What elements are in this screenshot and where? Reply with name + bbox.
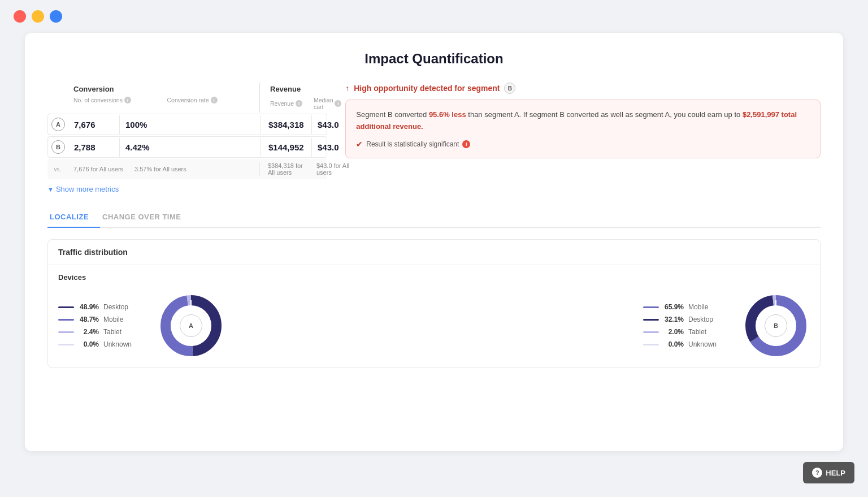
row-a-conv-rate: 100% [120,115,171,134]
legend-label-tablet-b: Tablet [688,328,719,336]
conversion-header: Conversion [68,83,255,97]
legend-label-unknown-b: Unknown [688,340,719,348]
legend-a: 48.9% Desktop 48.7% Mobile 2.4% [58,303,134,348]
median-cart-info-icon[interactable]: i [335,100,341,107]
median-cart-label: Median cart i [308,97,347,113]
vs-revenue: $384,318 for All users [260,159,311,179]
devices-section: Devices 48.9% Desktop 48.7% [48,265,820,368]
table-row-b: B 2,788 4.42% $144,952 $43.0 [47,136,327,158]
stat-sig-row: ✔ Result is statistically significant i [356,140,810,149]
devices-title: Devices [58,273,810,282]
conversion-rate-label: Conversion rate i [162,97,255,106]
chart-group-a: 48.9% Desktop 48.7% Mobile 2.4% [58,292,225,360]
legend-label-tablet-a: Tablet [103,328,134,336]
maximize-button[interactable] [50,10,62,23]
conversion-rate-info-icon[interactable]: i [211,97,218,103]
legend-item-tablet-b: 2.0% Tablet [643,328,719,336]
legend-label-mobile-b: Mobile [688,303,719,311]
page-title: Impact Quantification [47,51,821,67]
revenue-header: Revenue [264,83,347,97]
opportunity-box: ↑ High opportunity detected for segment … [345,83,821,158]
show-more-metrics[interactable]: ▼ Show more metrics [47,185,327,193]
metrics-table: Conversion No. of conversions i Conversi… [47,83,327,193]
legend-color-mobile-a [58,319,74,321]
legend-item-desktop-b: 32.1% Desktop [643,316,719,323]
opportunity-header: ↑ High opportunity detected for segment … [345,83,821,94]
legend-label-desktop-b: Desktop [688,316,719,323]
segment-b-badge: B [51,140,65,154]
legend-pct-tablet-a: 2.4% [79,328,99,336]
arrow-up-icon: ↑ [345,84,349,93]
devices-charts: 48.9% Desktop 48.7% Mobile 2.4% [58,292,810,360]
close-button[interactable] [14,10,26,23]
legend-color-tablet-b [643,331,659,333]
no-of-conversions-info-icon[interactable]: i [124,97,131,103]
chart-group-b: 65.9% Mobile 32.1% Desktop 2.0% [643,292,810,360]
tab-localize[interactable]: LOCALIZE [47,207,100,228]
legend-pct-mobile-a: 48.7% [79,316,99,323]
table-row-a: A 7,676 100% $384,318 $43.0 [47,114,327,135]
revenue-label: Revenue i [264,97,308,113]
legend-label-unknown-a: Unknown [103,340,134,348]
main-card: Impact Quantification Conversion No. of … [25,33,843,451]
row-a-conversions: 7,676 [68,115,119,134]
minimize-button[interactable] [32,10,44,23]
legend-item-tablet-a: 2.4% Tablet [58,328,134,336]
donut-center-b: B [765,314,787,337]
legend-item-unknown-a: 0.0% Unknown [58,340,134,348]
legend-item-mobile-a: 48.7% Mobile [58,316,134,323]
no-of-conversions-label: No. of conversions i [68,97,162,106]
traffic-header: Traffic distribution [48,240,820,265]
legend-pct-unknown-b: 0.0% [663,340,684,348]
tab-change-over-time[interactable]: CHANGE OVER TIME [100,207,192,228]
row-b-conversions: 2,788 [68,138,119,157]
legend-pct-desktop-b: 32.1% [663,316,684,323]
row-b-conv-rate: 4.42% [120,138,171,157]
vs-label: vs. [51,166,64,172]
vs-conv-rate: 3.57% for All users [129,162,192,176]
opportunity-content: Segment B converted 95.6% less than segm… [345,100,821,158]
row-b-revenue: $144,952 [261,138,311,157]
legend-color-unknown-b [643,344,659,345]
segment-a-badge: A [51,118,65,131]
vs-median-cart: $43.0 for All users [311,159,362,179]
legend-pct-unknown-a: 0.0% [79,340,99,348]
legend-label-desktop-a: Desktop [103,303,134,311]
top-section: Conversion No. of conversions i Conversi… [47,83,821,193]
traffic-card: Traffic distribution Devices 48.9% Deskt… [47,239,821,368]
revenue-info-icon[interactable]: i [296,100,302,107]
legend-label-mobile-a: Mobile [103,316,134,323]
row-a-revenue: $384,318 [261,115,311,134]
help-icon: ? [812,468,822,478]
window-controls [0,0,868,33]
legend-color-mobile-b [643,306,659,308]
legend-item-mobile-b: 65.9% Mobile [643,303,719,311]
legend-color-desktop-b [643,319,659,321]
donut-center-a: A [180,314,202,337]
legend-item-unknown-b: 0.0% Unknown [643,340,719,348]
table-row-vs: vs. 7,676 for All users 3.57% for All us… [47,159,327,179]
donut-chart-b: B [742,292,810,360]
opportunity-segment-badge: B [504,83,515,94]
legend-pct-mobile-b: 65.9% [663,303,684,311]
legend-color-desktop-a [58,306,74,308]
legend-color-unknown-a [58,344,74,345]
help-button[interactable]: ? HELP [803,462,854,483]
legend-b: 65.9% Mobile 32.1% Desktop 2.0% [643,303,719,348]
traffic-section: Traffic distribution Devices 48.9% Deskt… [25,239,843,368]
legend-item-desktop-a: 48.9% Desktop [58,303,134,311]
check-icon: ✔ [356,140,363,149]
vs-conversions: 7,676 for All users [68,162,129,176]
tabs-row: LOCALIZE CHANGE OVER TIME [47,207,821,228]
legend-color-tablet-a [58,331,74,333]
opportunity-text: Segment B converted 95.6% less than segm… [356,109,810,133]
stat-sig-info-icon[interactable]: i [462,140,470,148]
legend-pct-desktop-a: 48.9% [79,303,99,311]
chevron-down-icon: ▼ [47,186,54,193]
legend-pct-tablet-b: 2.0% [663,328,684,336]
donut-chart-a: A [157,292,225,360]
